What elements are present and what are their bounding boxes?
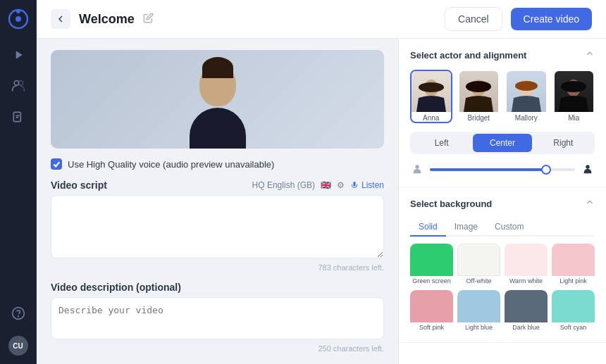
color-swatch-off-white[interactable]: Off-white (457, 244, 500, 286)
sidebar-logo (8, 8, 29, 32)
actor-grid: Anna Bridget (410, 70, 595, 123)
position-slider-track[interactable] (430, 168, 575, 171)
actor-section-chevron[interactable] (585, 49, 595, 61)
slider-right-person-icon (581, 163, 595, 177)
svg-point-2 (16, 9, 20, 13)
slider-left-person-icon (410, 163, 424, 177)
back-button[interactable] (51, 9, 70, 29)
actor-section-header: Select actor and alignment (410, 49, 595, 61)
hq-voice-checkbox[interactable] (51, 158, 62, 170)
actor-card-mia[interactable]: Mia (553, 70, 595, 123)
background-section: Select background Solid Image Custom (399, 187, 606, 343)
svg-rect-13 (515, 81, 538, 91)
bg-tabs: Solid Image Custom (410, 218, 595, 237)
color-label-light-blue: Light blue (457, 322, 500, 332)
svg-point-7 (18, 316, 18, 317)
actor-section: Select actor and alignment (399, 39, 606, 187)
svg-point-16 (415, 165, 419, 168)
alignment-row: Left Center Right (410, 132, 595, 177)
bg-section-title: Select background (410, 199, 492, 209)
description-section: Video description (optional) 250 charact… (51, 282, 384, 353)
hq-voice-row: Use High Quality voice (audio preview un… (51, 158, 384, 170)
color-label-warm-white: Warm white (505, 276, 548, 286)
color-swatch-soft-pink[interactable]: Soft pink (410, 290, 453, 332)
video-preview (51, 50, 384, 149)
language-label: HQ English (GB) (252, 180, 315, 190)
actor-name-mallory: Mallory (507, 114, 546, 122)
description-char-count: 250 characters left. (51, 344, 384, 353)
script-section-header: Video script HQ English (GB) 🇬🇧 ⚙ Listen (51, 180, 384, 191)
alignment-buttons: Left Center Right (410, 132, 595, 154)
align-center-button[interactable]: Center (473, 134, 531, 152)
svg-point-1 (16, 16, 21, 22)
color-swatch-light-blue[interactable]: Light blue (457, 290, 500, 332)
color-grid: Green screen Off-white Warm white Light … (410, 244, 595, 332)
actor-section-title: Select actor and alignment (410, 50, 526, 61)
align-right-button[interactable]: Right (534, 134, 593, 152)
actor-card-mallory[interactable]: Mallory (505, 70, 548, 123)
actor-name-bridget: Bridget (459, 114, 499, 122)
actor-name-mia: Mia (555, 114, 594, 122)
user-avatar[interactable]: CU (8, 336, 28, 356)
svg-rect-11 (466, 81, 491, 92)
script-textarea[interactable] (51, 195, 384, 258)
edit-title-icon[interactable] (143, 13, 154, 26)
bg-tab-image[interactable]: Image (446, 218, 486, 237)
description-title: Video description (optional) (51, 282, 181, 293)
color-swatch-dark-blue[interactable]: Dark blue (505, 290, 548, 332)
hq-voice-label: Use High Quality voice (audio preview un… (68, 159, 274, 170)
sidebar-item-users[interactable] (10, 77, 27, 94)
main-area: Welcome Cancel Create video (37, 0, 606, 364)
sidebar-item-files[interactable] (10, 108, 27, 125)
create-video-button[interactable]: Create video (511, 8, 592, 30)
actor-name-anna: Anna (412, 114, 451, 122)
svg-point-17 (586, 165, 589, 168)
language-settings-icon[interactable]: ⚙ (337, 180, 345, 190)
listen-button[interactable]: Listen (350, 180, 384, 190)
script-section: Video script HQ English (GB) 🇬🇧 ⚙ Listen… (51, 180, 384, 272)
color-label-green-screen: Green screen (410, 276, 453, 286)
bg-tab-solid[interactable]: Solid (410, 218, 446, 237)
color-label-dark-blue: Dark blue (505, 322, 548, 332)
slider-fill (430, 168, 546, 171)
color-swatch-soft-cyan[interactable]: Soft cyan (552, 290, 595, 332)
flag-icon: 🇬🇧 (321, 180, 331, 190)
page-header: Welcome Cancel Create video (37, 0, 606, 39)
color-swatch-light-pink[interactable]: Light pink (552, 244, 595, 286)
sidebar-item-play[interactable] (10, 46, 27, 63)
align-left-button[interactable]: Left (412, 134, 471, 152)
actor-card-anna[interactable]: Anna (410, 70, 452, 123)
color-label-soft-cyan: Soft cyan (552, 322, 595, 332)
color-swatch-warm-white[interactable]: Warm white (505, 244, 548, 286)
position-slider-row (410, 163, 595, 177)
bg-section-chevron[interactable] (585, 197, 595, 210)
left-panel: Use High Quality voice (audio preview un… (37, 39, 398, 364)
description-textarea[interactable] (51, 297, 384, 339)
color-label-off-white: Off-white (457, 276, 500, 286)
script-title: Video script (51, 180, 107, 191)
content-area: Use High Quality voice (audio preview un… (37, 39, 606, 364)
svg-rect-9 (419, 82, 444, 92)
bg-tab-custom[interactable]: Custom (486, 218, 532, 237)
color-label-soft-pink: Soft pink (410, 322, 453, 332)
sidebar-item-help[interactable] (10, 305, 27, 322)
color-label-light-pink: Light pink (552, 276, 595, 286)
page-title: Welcome (79, 12, 135, 27)
right-panel: Select actor and alignment (398, 39, 606, 364)
slider-thumb[interactable] (541, 165, 551, 175)
script-char-count: 783 characters left. (51, 263, 384, 272)
color-swatch-green-screen[interactable]: Green screen (410, 244, 453, 286)
actor-card-bridget[interactable]: Bridget (458, 70, 500, 123)
sidebar: CU (0, 0, 37, 364)
script-meta: HQ English (GB) 🇬🇧 ⚙ Listen (252, 180, 384, 190)
svg-rect-15 (561, 81, 586, 92)
cancel-button[interactable]: Cancel (445, 7, 502, 31)
bg-section-header: Select background (410, 197, 595, 210)
description-header: Video description (optional) (51, 282, 384, 293)
